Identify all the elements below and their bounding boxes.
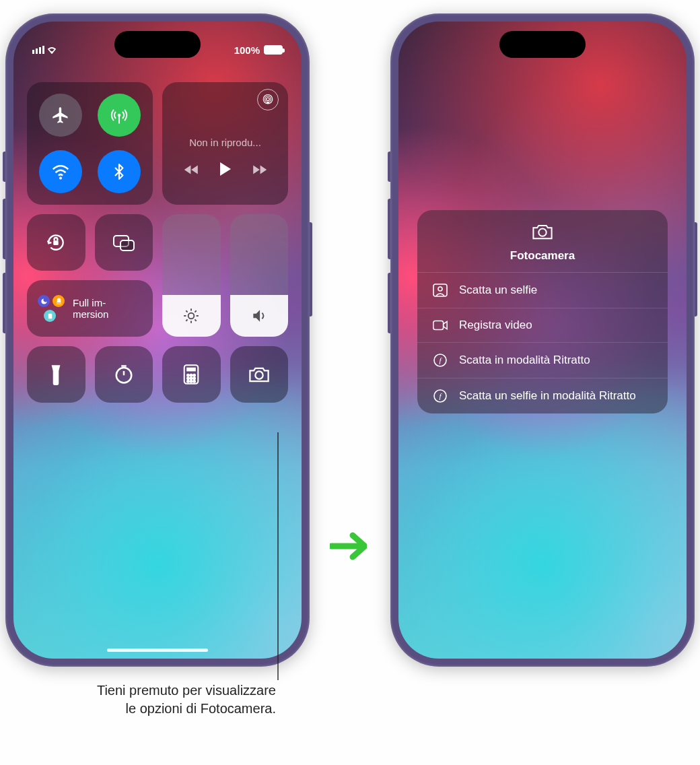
brightness-icon — [182, 307, 200, 325]
status-right: 100% — [234, 44, 283, 56]
bluetooth-button[interactable] — [98, 150, 141, 193]
svg-rect-11 — [54, 240, 59, 245]
screen-right: Fotocamera Scatta un selfie — [398, 22, 687, 659]
svg-point-34 — [193, 377, 195, 379]
svg-point-4 — [51, 51, 53, 53]
portrait-icon: f — [432, 389, 448, 403]
rewind-button[interactable] — [184, 162, 200, 180]
menu-item-label: Scatta in modalità Ritratto — [459, 354, 590, 367]
camera-menu-item-selfie[interactable]: Scatta un selfie — [417, 273, 668, 308]
svg-rect-23 — [48, 313, 52, 318]
airplay-button[interactable] — [257, 89, 279, 110]
control-center: Non in riprodu... — [27, 82, 288, 403]
now-playing-label: Non in riprodu... — [189, 137, 261, 148]
svg-line-22 — [195, 310, 197, 312]
focus-icons — [36, 294, 66, 323]
timer-button[interactable] — [95, 346, 153, 403]
svg-point-40 — [538, 228, 546, 236]
battery-icon — [264, 45, 283, 55]
svg-line-20 — [195, 319, 197, 321]
svg-point-14 — [188, 313, 195, 319]
svg-point-37 — [193, 380, 195, 382]
svg-point-29 — [187, 374, 189, 376]
svg-point-31 — [193, 374, 195, 376]
screen-mirroring-button[interactable] — [95, 214, 153, 271]
phone-side-button — [695, 222, 697, 317]
media-controls — [184, 160, 267, 181]
brightness-slider[interactable] — [162, 214, 221, 337]
svg-line-19 — [186, 310, 188, 312]
menu-item-label: Scatta un selfie — [459, 284, 537, 297]
svg-point-33 — [190, 377, 193, 379]
phone-action-button — [3, 152, 5, 182]
svg-point-7 — [59, 176, 62, 179]
dynamic-island — [114, 31, 201, 58]
svg-rect-3 — [42, 46, 44, 54]
svg-rect-41 — [433, 284, 447, 296]
wifi-button[interactable] — [39, 150, 82, 193]
svg-rect-43 — [433, 321, 444, 330]
flashlight-button[interactable] — [27, 346, 85, 403]
battery-percent-label: 100% — [234, 44, 260, 56]
volume-slider[interactable] — [230, 214, 289, 337]
status-left — [32, 44, 63, 56]
camera-menu-item-portrait-selfie[interactable]: f Scatta un selfie in modalità Ritratto — [417, 378, 668, 413]
dynamic-island — [499, 31, 586, 58]
arrow-icon — [330, 531, 370, 564]
camera-menu-item-video[interactable]: Registra video — [417, 308, 668, 343]
play-button[interactable] — [219, 160, 232, 181]
camera-menu-item-portrait[interactable]: f Scatta in modalità Ritratto — [417, 343, 668, 378]
caption-text: Tieni premuto per visualizzare le opzion… — [94, 681, 276, 718]
calculator-button[interactable] — [162, 346, 221, 403]
orientation-lock-button[interactable] — [27, 214, 85, 271]
svg-point-36 — [190, 380, 193, 382]
screen-left: 100% — [13, 22, 302, 659]
phone-right: Fotocamera Scatta un selfie — [390, 13, 695, 667]
now-playing-tile[interactable]: Non in riprodu... — [162, 82, 288, 205]
svg-point-38 — [255, 371, 262, 378]
home-indicator[interactable] — [107, 648, 208, 652]
phone-action-button — [388, 152, 390, 182]
svg-rect-0 — [32, 50, 34, 54]
phone-side-button — [310, 222, 312, 317]
svg-line-21 — [186, 319, 188, 321]
svg-text:f: f — [439, 356, 442, 364]
connectivity-tile[interactable] — [27, 82, 153, 205]
svg-point-30 — [190, 374, 193, 376]
svg-rect-28 — [186, 368, 196, 372]
svg-point-5 — [118, 114, 121, 117]
camera-context-menu: Fotocamera Scatta un selfie — [417, 210, 668, 413]
focus-label: Full im- mersion — [73, 297, 108, 321]
camera-icon — [531, 222, 554, 241]
cellular-data-button[interactable] — [98, 94, 141, 137]
svg-point-32 — [187, 377, 189, 379]
airplane-mode-button[interactable] — [39, 94, 82, 137]
svg-rect-2 — [39, 47, 41, 54]
selfie-icon — [432, 283, 448, 298]
focus-button[interactable]: Full im- mersion — [27, 280, 153, 337]
video-icon — [432, 319, 448, 331]
forward-button[interactable] — [251, 162, 267, 180]
menu-item-label: Registra video — [459, 319, 532, 332]
svg-point-35 — [187, 380, 189, 382]
svg-point-42 — [438, 287, 442, 291]
svg-point-8 — [267, 98, 270, 101]
svg-text:f: f — [439, 392, 442, 400]
camera-menu-title: Fotocamera — [424, 249, 661, 263]
figure-layout: 100% — [0, 0, 700, 765]
svg-rect-13 — [120, 240, 134, 251]
camera-menu-header: Fotocamera — [417, 210, 668, 273]
svg-rect-1 — [36, 48, 38, 54]
cellular-wifi-icon — [32, 44, 63, 54]
phone-left: 100% — [5, 13, 310, 667]
camera-button[interactable] — [230, 346, 289, 403]
portrait-icon: f — [432, 353, 448, 368]
volume-icon — [250, 307, 268, 325]
menu-item-label: Scatta un selfie in modalità Ritratto — [459, 389, 636, 403]
